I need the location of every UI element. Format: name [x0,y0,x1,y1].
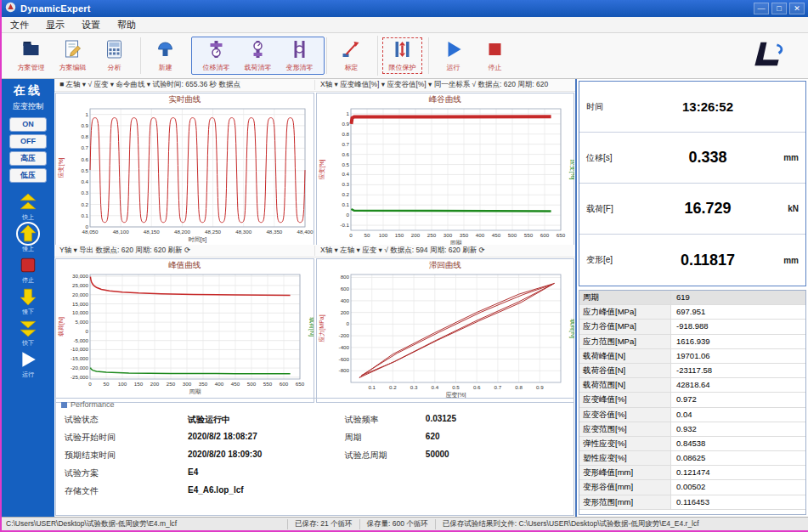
control-sidebar: 在线 应变控制 ONOFF高压低压 快上慢上停止慢下快下运行 [2,79,54,517]
menu-item-2[interactable]: 设置 [73,19,109,31]
svg-text:400: 400 [340,297,349,303]
perf-label: 试验状态 [65,414,188,426]
stat-value: 0.121474 [671,466,805,479]
jog-jog-play-button[interactable] [16,348,40,371]
minimize-button[interactable]: — [754,3,769,14]
sidebar-button-高压[interactable]: 高压 [9,151,47,166]
perf-value: 2020/8/20 18:09:30 [188,450,345,461]
jog-fast-down-wrap: 快下 [16,316,40,347]
run-icon [443,39,464,63]
table-row: 塑性应变[%]0.08625 [579,451,805,466]
fast-down-icon [19,319,37,337]
toolbar-group-1: 新建 [140,37,189,74]
app-window: DynamicExpert — □ ✕ 文件显示设置帮助 方案管理方案编辑分析新… [0,0,808,532]
menu-item-1[interactable]: 显示 [37,19,73,31]
gauge-displacement-icon [206,39,227,63]
menu-item-3[interactable]: 帮助 [109,19,144,31]
svg-text:1: 1 [86,111,89,117]
new-test-icon [155,39,176,63]
toolbar-button-gauge-deform[interactable]: 变形清零 [280,39,319,72]
jog-fast-up-wrap: 快上 [16,190,40,221]
chart-plot-area: -0.100.10.20.30.40.50.60.70.80.910501001… [317,105,574,250]
jog-slow-up-button[interactable] [16,222,40,246]
toolbar-button-label: 标定 [345,63,359,72]
toolbar-button-scheme-edit[interactable]: 方案编辑 [53,39,93,72]
jog-fast-up-button[interactable] [16,190,40,214]
charts-area: ■ 左轴 ▾ √ 应变 ▾ 命令曲线 ▾ 试验时间: 655.36 秒 数据点 … [54,79,577,517]
gauge-deform-icon [289,39,310,63]
perf-value: 620 [426,432,565,444]
jog-slow-down-wrap: 慢下 [16,285,40,315]
slow-up-icon [19,224,37,243]
chart-controls-peakvalley[interactable]: X轴 ▾ 应变峰值[%] ▾ 应变谷值[%] ▾ 同一坐标系 √ 数据点: 62… [314,80,575,90]
sidebar-button-off[interactable]: OFF [9,134,47,149]
chart-controls-hysteresis[interactable]: X轴 ▾ 左轴 ▾ 应变 ▾ √ 数据点: 594 周期: 620 刷新 ⟳ [314,246,575,256]
perf-value: 2020/8/2 18:08:27 [188,432,345,444]
toolbar-button-label: 位移清零 [203,63,230,72]
close-button[interactable]: ✕ [789,3,805,14]
toolbar-button-run[interactable]: 运行 [433,39,473,72]
stat-value: 19701.06 [671,349,805,363]
performance-header: Performance [56,399,574,410]
toolbar-button-gauge-displacement[interactable]: 位移清零 [196,39,236,72]
slow-down-icon [19,287,37,306]
svg-text:500: 500 [247,381,257,387]
toolbar-button-label: 方案编辑 [59,63,87,72]
readout-value: 13:26:52 [639,99,777,114]
chart-controls-realtime[interactable]: ■ 左轴 ▾ √ 应变 ▾ 命令曲线 ▾ 试验时间: 655.36 秒 数据点 [54,80,314,90]
jog-fast-down-button[interactable] [16,316,40,340]
chart-plot: 00.10.20.30.40.50.60.70.80.9148,05048,10… [56,105,314,243]
performance-title: Performance [71,400,115,409]
toolbar-button-calibrate[interactable]: 标定 [331,39,371,72]
svg-text:0.9: 0.9 [81,122,88,128]
svg-text:50: 50 [104,381,110,387]
toolbar-group-3: 标定 [326,37,376,74]
table-row: 弹性应变[%]0.84538 [579,437,805,451]
toolbar-button-scheme-manage[interactable]: 方案管理 [11,39,51,72]
svg-text:0.5: 0.5 [452,384,460,390]
statusbar-message-1: 保存量: 600 个循环 [360,519,436,529]
jog-jog-stop-button[interactable] [16,253,40,277]
sidebar-button-on[interactable]: ON [9,117,47,132]
jog-slow-down-button[interactable] [16,285,40,308]
statusbar-message-0: 已保存: 21 个循环 [288,519,360,529]
svg-text:0.6: 0.6 [342,151,349,157]
perf-label: 试验总周期 [345,450,426,461]
svg-text:0: 0 [346,320,349,326]
toolbar-button-stop-tool[interactable]: 停止 [475,39,515,72]
perf-value: 0.03125 [426,414,565,426]
svg-text:应变[%]: 应变[%] [569,159,574,179]
gauge-load-icon [247,39,268,63]
jog-label: 慢下 [22,308,34,315]
svg-text:-20,000: -20,000 [71,365,89,371]
menu-item-0[interactable]: 文件 [2,19,37,31]
chart-plot: -0.100.10.20.30.40.50.60.70.80.910501001… [317,105,574,246]
stat-value: 0.00502 [671,480,805,494]
maximize-button[interactable]: □ [771,3,787,14]
stat-label: 应力范围[MPa] [579,335,671,348]
chart-controls-row-1: ■ 左轴 ▾ √ 应变 ▾ 命令曲线 ▾ 试验时间: 655.36 秒 数据点 … [54,79,575,92]
readout-value: 16.729 [639,200,777,218]
jog-slow-up-wrap: 慢上 [16,222,40,252]
stat-label: 应力谷值[MPa] [579,320,671,333]
svg-text:0.6: 0.6 [472,384,480,390]
stat-value: -918.988 [671,320,805,333]
chart-controls-peak[interactable]: Y轴 ▾ 导出 数据点: 620 周期: 620 刷新 ⟳ [54,246,314,256]
power-buttons: ONOFF高压低压 [9,117,47,183]
perf-label: 试验频率 [345,414,426,426]
svg-text:48,350: 48,350 [266,229,282,235]
svg-text:600: 600 [540,232,549,238]
jog-label: 快下 [22,340,34,347]
toolbar-button-analyze[interactable]: 分析 [94,39,134,72]
sidebar-button-低压[interactable]: 低压 [9,168,47,183]
svg-text:0: 0 [88,381,92,387]
toolbar-button-new-test[interactable]: 新建 [145,39,185,72]
svg-text:应变[%]: 应变[%] [318,159,325,179]
toolbar-button-limit-protect[interactable]: 限位保护 [382,37,422,74]
svg-text:150: 150 [394,232,404,238]
svg-text:350: 350 [199,381,208,387]
status-bar: C:\Users\USER\Desktop\试验数据-低周疲劳\E4.m_lcf… [2,517,808,530]
jog-stop-icon [19,256,37,274]
chart-title: 峰谷曲线 [317,93,574,105]
toolbar-button-gauge-load[interactable]: 载荷清零 [238,39,278,72]
